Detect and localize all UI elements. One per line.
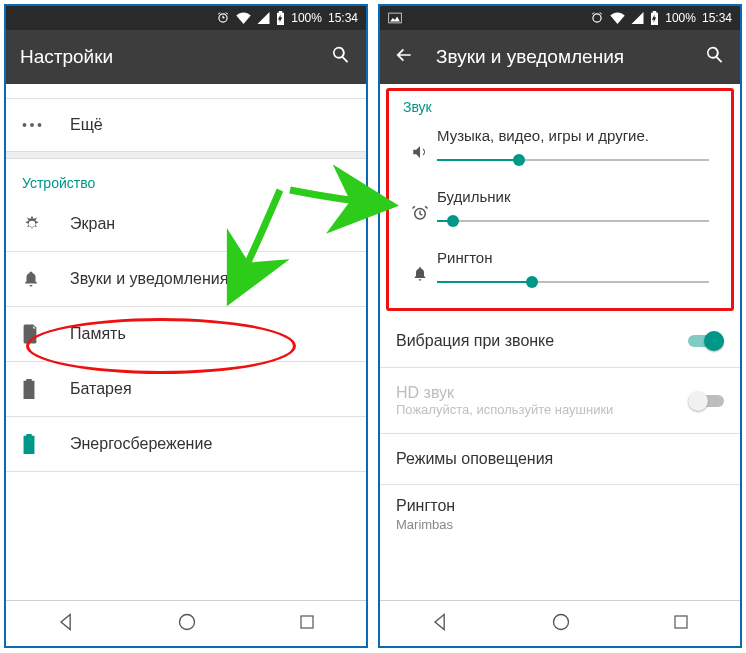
page-title: Звуки и уведомления [436, 46, 704, 68]
nav-bar [380, 600, 740, 646]
row-alert-modes[interactable]: Режимы оповещения [380, 434, 740, 484]
bell-row-icon [403, 249, 437, 283]
alarm-icon [590, 11, 604, 25]
alarm-row-icon [403, 188, 437, 222]
status-bar: 100% 15:34 [380, 6, 740, 30]
clock: 15:34 [702, 11, 732, 25]
app-bar: Звуки и уведомления [380, 30, 740, 84]
nav-home-icon[interactable] [551, 612, 571, 636]
ringtone-value: Marimbas [396, 517, 724, 532]
ringtone-label: Рингтон [396, 497, 724, 515]
slider-alarm-label: Будильник [437, 188, 709, 205]
slider-ring-label: Рингтон [437, 249, 709, 266]
battery-label: Батарея [70, 380, 132, 398]
section-device: Устройство [6, 159, 366, 197]
nav-home-icon[interactable] [177, 612, 197, 636]
truncated-row [22, 84, 350, 98]
signal-icon [631, 12, 644, 24]
storage-label: Память [70, 325, 126, 343]
content: Звук Музыка, видео, игры и другие. Будил… [380, 88, 740, 546]
row-ringtone[interactable]: Рингтон Marimbas [380, 485, 740, 546]
nav-recent-icon[interactable] [672, 613, 690, 635]
storage-icon [22, 324, 70, 344]
sound-label: Звуки и уведомления [70, 270, 228, 288]
slider-media[interactable] [437, 152, 709, 168]
search-icon[interactable] [704, 44, 726, 70]
row-display[interactable]: Экран [6, 197, 366, 251]
row-powersave[interactable]: Энергосбережение [6, 417, 366, 471]
svg-rect-4 [301, 616, 313, 628]
svg-point-7 [553, 614, 568, 629]
speaker-icon [403, 127, 437, 161]
phone-right: 100% 15:34 Звуки и уведомления Звук Музы… [378, 4, 742, 648]
row-storage[interactable]: Память [6, 307, 366, 361]
clock: 15:34 [328, 11, 358, 25]
hd-switch [688, 391, 724, 411]
slider-ring-row: Рингтон [395, 243, 725, 304]
nav-recent-icon[interactable] [298, 613, 316, 635]
alert-modes-label: Режимы оповещения [396, 450, 724, 468]
row-more[interactable]: Ещё [6, 99, 366, 151]
battery-icon [276, 11, 285, 25]
back-icon[interactable] [394, 45, 414, 69]
hd-label: HD звук [396, 384, 688, 402]
slider-alarm-row: Будильник [395, 182, 725, 243]
search-icon[interactable] [330, 44, 352, 70]
content: Ещё Устройство Экран Звуки и уведомления… [6, 84, 366, 472]
nav-back-icon[interactable] [430, 612, 450, 636]
page-title: Настройки [20, 46, 330, 68]
battery-row-icon [22, 379, 70, 399]
section-sound: Звук [395, 97, 725, 121]
svg-point-0 [23, 123, 27, 127]
slider-alarm[interactable] [437, 213, 709, 229]
nav-back-icon[interactable] [56, 612, 76, 636]
bell-icon [22, 269, 70, 289]
row-sound[interactable]: Звуки и уведомления [6, 252, 366, 306]
annotation-redbox: Звук Музыка, видео, игры и другие. Будил… [386, 88, 734, 311]
powersave-label: Энергосбережение [70, 435, 212, 453]
svg-point-3 [179, 614, 194, 629]
row-hd: HD звук Пожалуйста, используйте наушники [380, 368, 740, 433]
powersave-icon [22, 434, 70, 454]
battery-percent: 100% [665, 11, 696, 25]
more-icon [22, 122, 70, 128]
screenshot-icon [388, 12, 402, 24]
vibrate-switch[interactable] [688, 331, 724, 351]
slider-ring[interactable] [437, 274, 709, 290]
alarm-icon [216, 11, 230, 25]
phone-left: 100% 15:34 Настройки Ещё Устройство Экра… [4, 4, 368, 648]
svg-rect-8 [675, 616, 687, 628]
battery-icon [650, 11, 659, 25]
brightness-icon [22, 214, 70, 234]
row-battery[interactable]: Батарея [6, 362, 366, 416]
nav-bar [6, 600, 366, 646]
wifi-icon [610, 12, 625, 24]
app-bar: Настройки [6, 30, 366, 84]
hd-sub: Пожалуйста, используйте наушники [396, 402, 688, 417]
svg-point-2 [38, 123, 42, 127]
slider-media-row: Музыка, видео, игры и другие. [395, 121, 725, 182]
status-bar: 100% 15:34 [6, 6, 366, 30]
vibrate-label: Вибрация при звонке [396, 332, 688, 350]
wifi-icon [236, 12, 251, 24]
display-label: Экран [70, 215, 115, 233]
battery-percent: 100% [291, 11, 322, 25]
slider-media-label: Музыка, видео, игры и другие. [437, 127, 709, 144]
row-vibrate[interactable]: Вибрация при звонке [380, 315, 740, 367]
svg-point-1 [30, 123, 34, 127]
signal-icon [257, 12, 270, 24]
more-label: Ещё [70, 116, 103, 134]
